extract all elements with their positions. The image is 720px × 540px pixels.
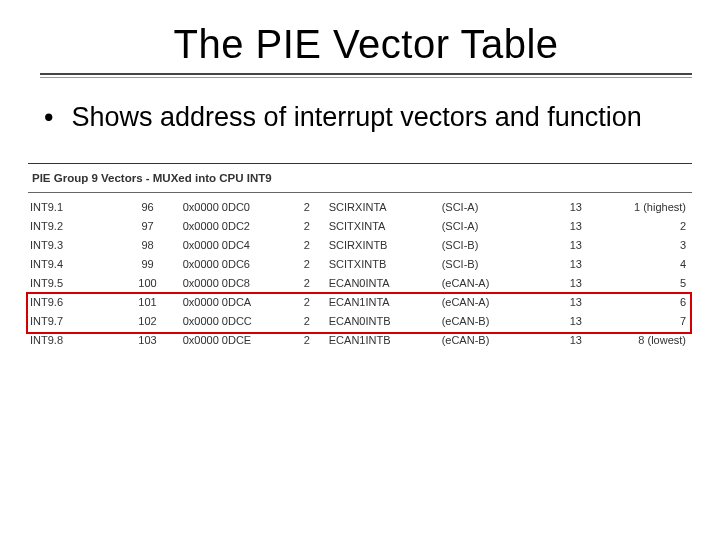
- vector-id: 98: [114, 235, 180, 254]
- priority: 2: [606, 216, 692, 235]
- peripheral: (eCAN-B): [440, 330, 546, 349]
- vector-name: INT9.2: [28, 216, 114, 235]
- table-row: INT9.81030x0000 0DCE2ECAN1INTB(eCAN-B)13…: [28, 330, 692, 349]
- table-top-rule: [28, 163, 692, 164]
- bullet-item: • Shows address of interrupt vectors and…: [44, 102, 692, 133]
- vector-size: 2: [287, 330, 327, 349]
- signal-name: ECAN1INTA: [327, 292, 440, 311]
- table-row: INT9.61010x0000 0DCA2ECAN1INTA(eCAN-A)13…: [28, 292, 692, 311]
- vector-address: 0x0000 0DC6: [181, 254, 287, 273]
- group-num: 13: [546, 197, 606, 216]
- table-row: INT9.2970x0000 0DC22SCITXINTA(SCI-A)132: [28, 216, 692, 235]
- vector-id: 99: [114, 254, 180, 273]
- vector-name: INT9.6: [28, 292, 114, 311]
- vector-id: 103: [114, 330, 180, 349]
- vector-address: 0x0000 0DC8: [181, 273, 287, 292]
- priority: 5: [606, 273, 692, 292]
- group-num: 13: [546, 273, 606, 292]
- vector-size: 2: [287, 197, 327, 216]
- vector-size: 2: [287, 273, 327, 292]
- title-underline: [40, 73, 692, 75]
- peripheral: (SCI-B): [440, 235, 546, 254]
- vector-name: INT9.5: [28, 273, 114, 292]
- vector-size: 2: [287, 216, 327, 235]
- signal-name: ECAN0INTB: [327, 311, 440, 330]
- vector-address: 0x0000 0DC4: [181, 235, 287, 254]
- group-num: 13: [546, 311, 606, 330]
- vector-address: 0x0000 0DCC: [181, 311, 287, 330]
- table-row: INT9.4990x0000 0DC62SCITXINTB(SCI-B)134: [28, 254, 692, 273]
- group-num: 13: [546, 330, 606, 349]
- peripheral: (SCI-A): [440, 216, 546, 235]
- signal-name: ECAN1INTB: [327, 330, 440, 349]
- table-header-rule: [28, 192, 692, 193]
- group-num: 13: [546, 254, 606, 273]
- peripheral: (SCI-A): [440, 197, 546, 216]
- bullet-text: Shows address of interrupt vectors and f…: [72, 102, 642, 132]
- vector-address: 0x0000 0DC0: [181, 197, 287, 216]
- vector-size: 2: [287, 254, 327, 273]
- vector-address: 0x0000 0DC2: [181, 216, 287, 235]
- table-row: INT9.51000x0000 0DC82ECAN0INTA(eCAN-A)13…: [28, 273, 692, 292]
- vector-address: 0x0000 0DCE: [181, 330, 287, 349]
- priority: 3: [606, 235, 692, 254]
- bullet-dot-icon: •: [44, 102, 64, 133]
- vector-id: 100: [114, 273, 180, 292]
- vector-name: INT9.7: [28, 311, 114, 330]
- vector-id: 102: [114, 311, 180, 330]
- title-underline-shadow: [40, 77, 692, 78]
- peripheral: (SCI-B): [440, 254, 546, 273]
- priority: 8 (lowest): [606, 330, 692, 349]
- signal-name: SCIRXINTB: [327, 235, 440, 254]
- vector-table: PIE Group 9 Vectors - MUXed into CPU INT…: [28, 163, 692, 349]
- vector-size: 2: [287, 235, 327, 254]
- vector-name: INT9.3: [28, 235, 114, 254]
- priority: 6: [606, 292, 692, 311]
- table-group-header: PIE Group 9 Vectors - MUXed into CPU INT…: [28, 170, 692, 188]
- vector-id: 96: [114, 197, 180, 216]
- vector-address: 0x0000 0DCA: [181, 292, 287, 311]
- priority: 4: [606, 254, 692, 273]
- signal-name: ECAN0INTA: [327, 273, 440, 292]
- group-num: 13: [546, 216, 606, 235]
- signal-name: SCITXINTA: [327, 216, 440, 235]
- vector-name: INT9.8: [28, 330, 114, 349]
- signal-name: SCIRXINTA: [327, 197, 440, 216]
- table-row: INT9.3980x0000 0DC42SCIRXINTB(SCI-B)133: [28, 235, 692, 254]
- vector-data-table: INT9.1960x0000 0DC02SCIRXINTA(SCI-A)131 …: [28, 197, 692, 349]
- signal-name: SCITXINTB: [327, 254, 440, 273]
- vector-size: 2: [287, 311, 327, 330]
- vector-id: 101: [114, 292, 180, 311]
- priority: 7: [606, 311, 692, 330]
- peripheral: (eCAN-A): [440, 273, 546, 292]
- vector-id: 97: [114, 216, 180, 235]
- vector-size: 2: [287, 292, 327, 311]
- vector-name: INT9.4: [28, 254, 114, 273]
- group-num: 13: [546, 292, 606, 311]
- vector-name: INT9.1: [28, 197, 114, 216]
- group-num: 13: [546, 235, 606, 254]
- page-title: The PIE Vector Table: [40, 22, 692, 67]
- table-row: INT9.71020x0000 0DCC2ECAN0INTB(eCAN-B)13…: [28, 311, 692, 330]
- priority: 1 (highest): [606, 197, 692, 216]
- table-row: INT9.1960x0000 0DC02SCIRXINTA(SCI-A)131 …: [28, 197, 692, 216]
- peripheral: (eCAN-B): [440, 311, 546, 330]
- peripheral: (eCAN-A): [440, 292, 546, 311]
